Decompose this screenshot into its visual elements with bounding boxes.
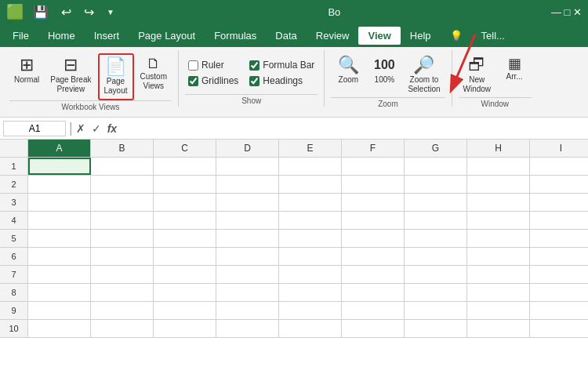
cell-B3[interactable] (91, 194, 154, 211)
zoom-100-button[interactable]: 100 100% (367, 53, 401, 88)
cell-A8[interactable] (28, 284, 91, 301)
col-header-H[interactable]: H (467, 140, 530, 157)
cell-E7[interactable] (279, 266, 342, 283)
cell-C6[interactable] (154, 248, 216, 265)
cell-D8[interactable] (216, 284, 279, 301)
cell-A1[interactable] (28, 158, 91, 175)
cancel-icon[interactable]: ✗ (76, 122, 85, 135)
cell-B4[interactable] (91, 212, 154, 229)
menu-view[interactable]: View (358, 27, 400, 45)
cell-G6[interactable] (405, 248, 467, 265)
normal-btn[interactable]: ⊞ Normal (9, 53, 44, 88)
formula-input[interactable] (120, 122, 585, 136)
cell-C1[interactable] (154, 158, 216, 175)
cell-B8[interactable] (91, 284, 154, 301)
cell-C7[interactable] (154, 266, 216, 283)
cell-G3[interactable] (405, 194, 467, 211)
cell-D9[interactable] (216, 302, 279, 319)
col-header-C[interactable]: C (154, 140, 216, 157)
cell-D2[interactable] (216, 176, 279, 193)
cell-I4[interactable] (530, 212, 588, 229)
cell-A7[interactable] (28, 266, 91, 283)
cell-I2[interactable] (530, 176, 588, 193)
cell-A10[interactable] (28, 320, 91, 337)
cell-I9[interactable] (530, 302, 588, 319)
cell-D3[interactable] (216, 194, 279, 211)
cell-H5[interactable] (467, 230, 530, 247)
cell-H3[interactable] (467, 194, 530, 211)
cell-F1[interactable] (342, 158, 405, 175)
cell-D10[interactable] (216, 320, 279, 337)
cell-I10[interactable] (530, 320, 588, 337)
cell-C5[interactable] (154, 230, 216, 247)
cell-F9[interactable] (342, 302, 405, 319)
save-icon[interactable]: 💾 (30, 3, 52, 21)
col-header-B[interactable]: B (91, 140, 154, 157)
cell-G4[interactable] (405, 212, 467, 229)
cell-F4[interactable] (342, 212, 405, 229)
dropdown-icon[interactable]: ▼ (103, 6, 118, 18)
enter-icon[interactable]: ✓ (92, 122, 101, 135)
cell-B5[interactable] (91, 230, 154, 247)
cell-F10[interactable] (342, 320, 405, 337)
undo-icon[interactable]: ↩ (58, 3, 74, 21)
cell-A2[interactable] (28, 176, 91, 193)
cell-E1[interactable] (279, 158, 342, 175)
cell-E6[interactable] (279, 248, 342, 265)
cell-F2[interactable] (342, 176, 405, 193)
menu-formulas[interactable]: Formulas (205, 27, 266, 45)
cell-G7[interactable] (405, 266, 467, 283)
new-window-button[interactable]: 🗗 NewWindow (459, 53, 496, 97)
menu-lightbulb[interactable]: 💡 (441, 27, 472, 45)
menu-help[interactable]: Help (401, 27, 441, 45)
cell-H8[interactable] (467, 284, 530, 301)
cell-F5[interactable] (342, 230, 405, 247)
formula-bar-checkbox[interactable] (249, 60, 260, 71)
cell-E2[interactable] (279, 176, 342, 193)
name-box[interactable] (3, 121, 66, 136)
redo-icon[interactable]: ↪ (81, 3, 97, 21)
menu-data[interactable]: Data (266, 27, 306, 45)
menu-home[interactable]: Home (38, 27, 85, 45)
menu-review[interactable]: Review (307, 27, 359, 45)
menu-file[interactable]: File (3, 27, 38, 45)
cell-B2[interactable] (91, 176, 154, 193)
cell-H6[interactable] (467, 248, 530, 265)
cell-H10[interactable] (467, 320, 530, 337)
col-header-F[interactable]: F (342, 140, 405, 157)
zoom-button[interactable]: 🔍 Zoom (331, 53, 365, 88)
menu-tell[interactable]: Tell... (472, 27, 514, 45)
cell-G8[interactable] (405, 284, 467, 301)
cell-D7[interactable] (216, 266, 279, 283)
col-header-D[interactable]: D (216, 140, 279, 157)
col-header-I[interactable]: I (530, 140, 588, 157)
cell-F6[interactable] (342, 248, 405, 265)
cell-E8[interactable] (279, 284, 342, 301)
cell-E4[interactable] (279, 212, 342, 229)
zoom-to-selection-button[interactable]: 🔎 Zoom toSelection (403, 53, 445, 97)
cell-C4[interactable] (154, 212, 216, 229)
cell-C10[interactable] (154, 320, 216, 337)
cell-E5[interactable] (279, 230, 342, 247)
cell-G1[interactable] (405, 158, 467, 175)
cell-A6[interactable] (28, 248, 91, 265)
cell-F7[interactable] (342, 266, 405, 283)
page-layout-btn[interactable]: 📄 PageLayout (98, 53, 134, 100)
cell-C3[interactable] (154, 194, 216, 211)
gridlines-checkbox[interactable] (188, 76, 198, 86)
col-header-G[interactable]: G (405, 140, 467, 157)
custom-views-btn[interactable]: 🗋 CustomViews (136, 53, 172, 94)
function-icon[interactable]: fx (107, 122, 117, 135)
cell-C2[interactable] (154, 176, 216, 193)
cell-H4[interactable] (467, 212, 530, 229)
cell-G9[interactable] (405, 302, 467, 319)
cell-A5[interactable] (28, 230, 91, 247)
cell-G10[interactable] (405, 320, 467, 337)
cell-B1[interactable] (91, 158, 154, 175)
cell-D5[interactable] (216, 230, 279, 247)
cell-G5[interactable] (405, 230, 467, 247)
cell-B9[interactable] (91, 302, 154, 319)
menu-insert[interactable]: Insert (85, 27, 129, 45)
cell-E10[interactable] (279, 320, 342, 337)
page-break-preview-btn[interactable]: ⊟ Page BreakPreview (45, 53, 96, 97)
